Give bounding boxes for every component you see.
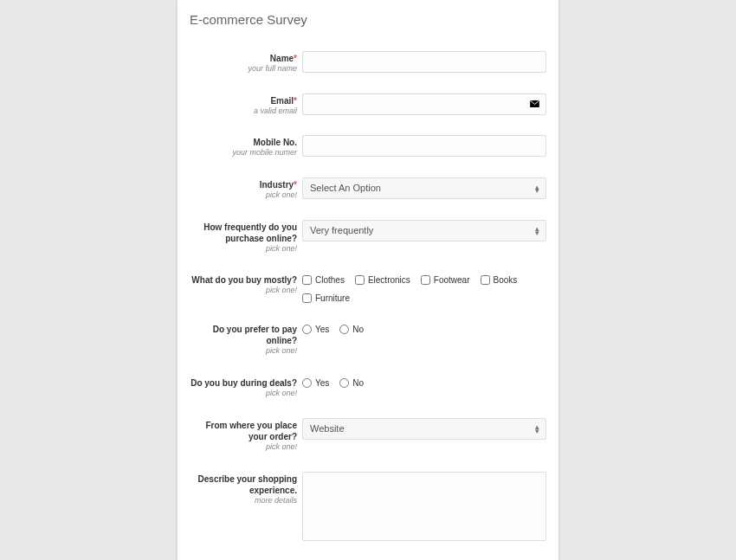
radio-label: No xyxy=(352,378,364,388)
checkbox-label: Books xyxy=(494,275,518,285)
label-col: Industry* pick one! xyxy=(190,177,302,201)
buy-mostly-sublabel: pick one! xyxy=(190,286,297,296)
radio-yes[interactable]: Yes xyxy=(302,378,329,388)
frequency-label: How frequently do you purchase online? xyxy=(190,222,297,244)
field-row-describe: Describe your shopping experience. more … xyxy=(190,472,546,544)
checkbox-footwear[interactable]: Footwear xyxy=(421,275,470,285)
field-row-email: Email* a valid email xyxy=(190,93,546,117)
describe-sublabel: more details xyxy=(190,496,297,506)
survey-form-container: E-commerce Survey Name* your full name E… xyxy=(178,0,558,560)
name-sublabel: your full name xyxy=(190,64,297,74)
order-from-label: From where you place your order? xyxy=(190,420,297,442)
field-row-buy-mostly: What do you buy mostly? pick one! Clothe… xyxy=(190,273,546,303)
pay-online-sublabel: pick one! xyxy=(190,346,297,357)
deals-sublabel: pick one! xyxy=(190,389,297,399)
field-row-industry: Industry* pick one! Select An Option ▴▾ xyxy=(190,177,546,201)
checkbox-books[interactable]: Books xyxy=(481,275,518,285)
checkbox-label: Furniture xyxy=(315,293,350,303)
label-col: Describe your shopping experience. more … xyxy=(190,472,302,506)
checkbox-input[interactable] xyxy=(355,275,365,285)
checkbox-label: Electronics xyxy=(368,275,410,285)
input-col: Select An Option ▴▾ xyxy=(302,177,546,199)
deals-label: Do you buy during deals? xyxy=(190,377,297,389)
label-col: How frequently do you purchase online? p… xyxy=(190,220,302,254)
input-col: Website ▴▾ xyxy=(302,418,546,440)
field-row-frequency: How frequently do you purchase online? p… xyxy=(190,220,546,254)
mobile-input[interactable] xyxy=(302,135,546,157)
frequency-sublabel: pick one! xyxy=(190,244,297,254)
pay-online-radio-group: Yes No xyxy=(302,322,546,334)
radio-no[interactable]: No xyxy=(339,325,364,334)
deals-radio-group: Yes No xyxy=(302,376,546,388)
input-col: Clothes Electronics Footwear Books Furni… xyxy=(302,273,546,303)
radio-input[interactable] xyxy=(302,378,312,388)
mobile-label: Mobile No. xyxy=(190,137,297,148)
field-row-name: Name* your full name xyxy=(190,51,546,74)
checkbox-clothes[interactable]: Clothes xyxy=(302,275,345,285)
order-from-sublabel: pick one! xyxy=(190,442,297,453)
describe-label: Describe your shopping experience. xyxy=(190,473,297,496)
order-from-select[interactable]: Website xyxy=(302,418,546,440)
email-input[interactable] xyxy=(302,93,546,115)
required-marker: * xyxy=(294,54,297,63)
radio-yes[interactable]: Yes xyxy=(302,325,329,334)
checkbox-input[interactable] xyxy=(302,275,312,285)
mobile-sublabel: your mobile numer xyxy=(190,148,297,158)
label-col: From where you place your order? pick on… xyxy=(190,418,302,453)
input-col: Yes No xyxy=(302,376,546,388)
form-title: E-commerce Survey xyxy=(190,12,546,27)
label-col: What do you buy mostly? pick one! xyxy=(190,273,302,296)
field-row-pay-online: Do you prefer to pay online? pick one! Y… xyxy=(190,322,546,357)
checkbox-label: Footwear xyxy=(434,275,470,285)
input-col: Very frequently ▴▾ xyxy=(302,220,546,241)
required-marker: * xyxy=(294,180,297,190)
label-col: Name* your full name xyxy=(190,51,302,74)
describe-textarea[interactable] xyxy=(302,472,546,541)
name-label: Name* xyxy=(190,53,297,64)
required-marker: * xyxy=(294,96,297,106)
checkbox-input[interactable] xyxy=(302,293,312,303)
checkbox-input[interactable] xyxy=(421,275,430,285)
checkbox-furniture[interactable]: Furniture xyxy=(302,293,546,303)
checkbox-input[interactable] xyxy=(481,275,490,285)
checkbox-electronics[interactable]: Electronics xyxy=(355,275,410,285)
label-col: Mobile No. your mobile numer xyxy=(190,135,302,158)
frequency-select[interactable]: Very frequently xyxy=(302,220,546,241)
input-col xyxy=(302,93,546,115)
email-sublabel: a valid email xyxy=(190,106,297,117)
input-col xyxy=(302,472,546,544)
buy-mostly-label: What do you buy mostly? xyxy=(190,274,297,286)
field-row-deals: Do you buy during deals? pick one! Yes N… xyxy=(190,376,546,399)
email-label: Email* xyxy=(190,95,297,106)
buy-mostly-checkbox-group: Clothes Electronics Footwear Books Furni… xyxy=(302,273,546,303)
field-row-order-from: From where you place your order? pick on… xyxy=(190,418,546,453)
industry-sublabel: pick one! xyxy=(190,190,297,201)
input-col xyxy=(302,51,546,73)
radio-input[interactable] xyxy=(302,325,312,334)
industry-select[interactable]: Select An Option xyxy=(302,177,546,199)
checkbox-label: Clothes xyxy=(315,275,345,285)
radio-label: No xyxy=(352,325,364,334)
label-col: Do you buy during deals? pick one! xyxy=(190,376,302,399)
name-input[interactable] xyxy=(302,51,546,73)
email-icon xyxy=(530,100,539,107)
input-col: Yes No xyxy=(302,322,546,334)
pay-online-label: Do you prefer to pay online? xyxy=(190,324,297,346)
radio-input[interactable] xyxy=(339,325,349,334)
input-col xyxy=(302,135,546,157)
field-row-mobile: Mobile No. your mobile numer xyxy=(190,135,546,158)
radio-input[interactable] xyxy=(339,378,349,388)
industry-label: Industry* xyxy=(190,179,297,190)
label-col: Do you prefer to pay online? pick one! xyxy=(190,322,302,357)
radio-label: Yes xyxy=(315,325,329,334)
label-col: Email* a valid email xyxy=(190,93,302,117)
radio-label: Yes xyxy=(315,378,329,388)
radio-no[interactable]: No xyxy=(339,378,364,388)
